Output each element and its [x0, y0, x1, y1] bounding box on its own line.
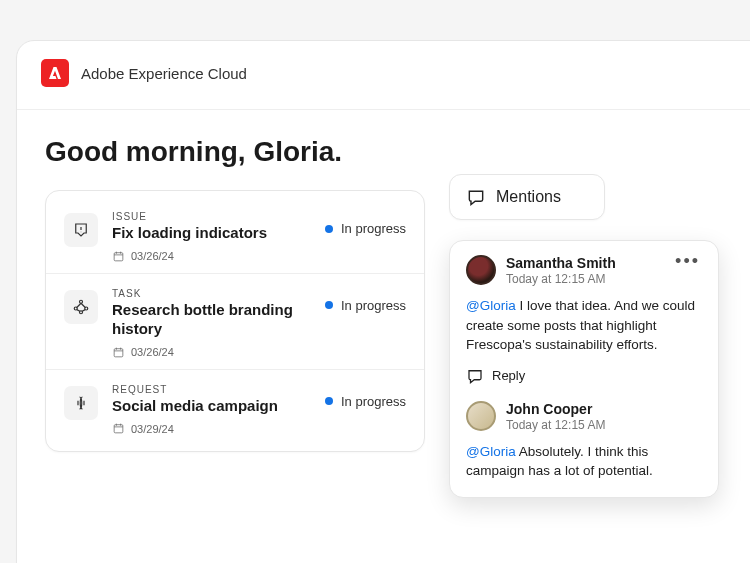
work-type-label: ISSUE: [112, 211, 313, 222]
mention-at[interactable]: @Gloria: [466, 444, 516, 459]
mentions-panel: Samantha Smith Today at 12:15 AM ••• @Gl…: [449, 240, 719, 498]
work-status-text: In progress: [341, 298, 406, 313]
work-status: In progress: [325, 221, 406, 236]
task-icon: [64, 290, 98, 324]
work-item[interactable]: REQUEST Social media campaign 03/29/24 I…: [46, 370, 424, 446]
mention-body: @Gloria I love that idea. And we could c…: [466, 296, 702, 355]
work-title: Fix loading indicators: [112, 223, 313, 243]
mention-time: Today at 12:15 AM: [506, 272, 663, 286]
issue-icon: [64, 213, 98, 247]
adobe-logo-icon: [41, 59, 69, 87]
work-date: 03/26/24: [112, 346, 313, 359]
work-item[interactable]: TASK Research bottle branding history 03…: [46, 274, 424, 370]
mention-time: Today at 12:15 AM: [506, 418, 702, 432]
work-date-text: 03/29/24: [131, 423, 174, 435]
work-status: In progress: [325, 298, 406, 313]
work-type-label: REQUEST: [112, 384, 313, 395]
status-dot-icon: [325, 225, 333, 233]
work-type-label: TASK: [112, 288, 313, 299]
work-date: 03/29/24: [112, 422, 313, 435]
status-dot-icon: [325, 397, 333, 405]
work-item[interactable]: ISSUE Fix loading indicators 03/26/24 In…: [46, 197, 424, 274]
reply-button[interactable]: Reply: [466, 367, 702, 385]
mention-item: John Cooper Today at 12:15 AM @Gloria Ab…: [466, 401, 702, 481]
svg-point-2: [80, 300, 83, 303]
svg-rect-1: [114, 252, 123, 260]
work-date-text: 03/26/24: [131, 250, 174, 262]
mention-author: John Cooper: [506, 401, 702, 417]
status-dot-icon: [325, 301, 333, 309]
mentions-label: Mentions: [496, 188, 561, 206]
app-title: Adobe Experience Cloud: [81, 65, 247, 82]
mention-author: Samantha Smith: [506, 255, 663, 271]
svg-rect-6: [114, 348, 123, 356]
mentions-header[interactable]: Mentions: [449, 174, 605, 220]
mention-body: @Gloria Absolutely. I think this campaig…: [466, 442, 702, 481]
work-title: Social media campaign: [112, 396, 313, 416]
avatar[interactable]: [466, 401, 496, 431]
greeting-text: Good morning, Gloria.: [45, 136, 750, 168]
work-status-text: In progress: [341, 394, 406, 409]
svg-point-0: [81, 232, 82, 233]
content-area: Good morning, Gloria. ISSUE Fix loading …: [17, 110, 750, 478]
request-icon: [64, 386, 98, 420]
avatar[interactable]: [466, 255, 496, 285]
work-date-text: 03/26/24: [131, 346, 174, 358]
work-status-text: In progress: [341, 221, 406, 236]
work-status: In progress: [325, 394, 406, 409]
work-list: ISSUE Fix loading indicators 03/26/24 In…: [45, 190, 425, 452]
more-icon[interactable]: •••: [673, 255, 702, 267]
app-frame: Adobe Experience Cloud Good morning, Glo…: [16, 40, 750, 563]
mention-item: Samantha Smith Today at 12:15 AM ••• @Gl…: [466, 255, 702, 385]
app-header: Adobe Experience Cloud: [17, 41, 750, 110]
work-date: 03/26/24: [112, 250, 313, 263]
svg-rect-7: [114, 425, 123, 433]
mention-at[interactable]: @Gloria: [466, 298, 516, 313]
work-title: Research bottle branding history: [112, 300, 313, 339]
reply-label: Reply: [492, 368, 525, 383]
